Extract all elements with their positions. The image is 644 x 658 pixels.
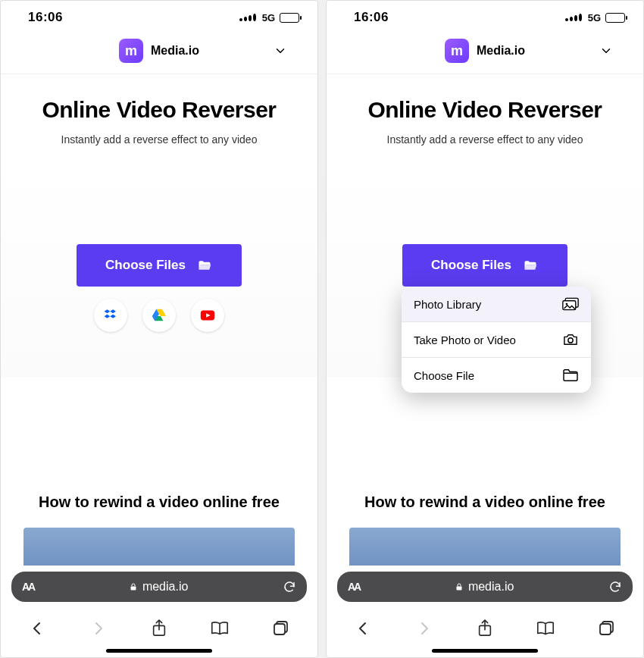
youtube-icon [199,307,216,324]
svg-point-8 [568,338,573,343]
howto-section: How to rewind a video online free [327,456,643,517]
reload-button[interactable] [283,580,296,594]
forward-button[interactable] [409,613,439,644]
share-icon [477,619,493,638]
howto-title: How to rewind a video online free [16,494,302,511]
picker-photo-library[interactable]: Photo Library [402,287,591,322]
book-icon [536,619,555,638]
status-time: 16:06 [28,10,63,25]
browser-toolbar [1,606,317,647]
upload-area: Choose Files Photo Library Take Photo or… [327,161,643,378]
chevron-right-icon [89,619,108,638]
home-indicator[interactable] [432,649,538,653]
status-indicators: 5G [565,12,625,24]
brand-name: Media.io [477,44,525,58]
upload-area: Choose Files [1,161,317,378]
source-row [1,299,317,332]
howto-section: How to rewind a video online free [1,456,317,517]
reload-button[interactable] [608,580,622,594]
folder-open-icon [522,258,539,273]
dropbox-icon [102,307,119,324]
site-header: m Media.io [1,31,317,74]
picker-item-label: Choose File [414,369,474,382]
video-thumbnail[interactable] [349,528,621,566]
hero-section: Online Video Reverser Instantly add a re… [327,74,643,161]
chevron-down-icon [274,44,287,58]
forward-button[interactable] [83,613,114,644]
home-indicator[interactable] [106,649,212,653]
site-header: m Media.io [327,31,643,74]
url-text: media.io [468,580,514,594]
picker-take-photo[interactable]: Take Photo or Video [402,322,591,358]
choose-files-button[interactable]: Choose Files [77,244,242,287]
tabs-button[interactable] [592,613,622,644]
reader-mode-button[interactable]: AA [348,581,360,593]
tabs-icon [272,619,290,638]
signal-strength-icon [565,14,582,21]
reload-icon [283,580,296,594]
source-youtube[interactable] [191,299,224,332]
back-button[interactable] [22,613,52,644]
folder-open-icon [196,258,213,273]
photos-icon [562,297,579,311]
picker-choose-file[interactable]: Choose File [402,358,591,393]
brand-name: Media.io [151,44,199,58]
url-display: media.io [129,580,188,594]
reader-mode-button[interactable]: AA [22,581,34,593]
tabs-button[interactable] [266,613,296,644]
bookmarks-button[interactable] [530,613,561,644]
video-thumbnail[interactable] [23,528,295,566]
lock-icon [455,581,464,592]
network-type: 5G [262,12,275,24]
share-button[interactable] [144,613,174,644]
signal-strength-icon [239,14,256,21]
reload-icon [608,580,622,594]
source-google-drive[interactable] [142,299,176,332]
browser-toolbar [327,606,643,647]
choose-files-label: Choose Files [105,258,186,273]
network-type: 5G [588,12,601,24]
chevron-down-icon [599,44,613,58]
battery-icon [605,13,625,23]
address-bar[interactable]: AA media.io [337,572,633,602]
status-bar: 16:06 5G [1,1,317,31]
lock-icon [129,581,138,592]
page-subtitle: Instantly add a reverse effect to any vi… [342,133,628,146]
book-icon [210,619,230,638]
brand-logo-icon: m [445,39,469,63]
status-indicators: 5G [239,12,299,24]
menu-toggle[interactable] [274,44,287,58]
page-title: Online Video Reverser [16,97,302,123]
url-text: media.io [142,580,188,594]
choose-files-button[interactable]: Choose Files [402,244,567,287]
picker-item-label: Take Photo or Video [414,334,516,346]
chevron-left-icon [28,619,46,638]
brand-logo-icon: m [119,39,143,63]
bookmarks-button[interactable] [205,613,235,644]
google-drive-icon [151,307,167,324]
source-dropbox[interactable] [94,299,127,332]
tabs-icon [598,619,616,638]
choose-files-label: Choose Files [431,258,511,273]
svg-rect-12 [600,624,611,634]
phone-screenshot-right: 16:06 5G m Media.io Online Video Reverse… [326,0,644,658]
share-button[interactable] [470,613,500,644]
folder-icon [562,368,579,382]
file-picker-popover: Photo Library Take Photo or Video Choose… [402,287,591,393]
share-icon [151,619,167,638]
svg-rect-4 [274,624,285,634]
url-display: media.io [455,580,514,594]
battery-icon [280,13,299,23]
svg-rect-9 [456,587,461,591]
page-subtitle: Instantly add a reverse effect to any vi… [16,133,302,146]
picker-item-label: Photo Library [414,298,481,311]
camera-icon [562,333,579,346]
menu-toggle[interactable] [599,44,613,58]
phone-screenshot-left: 16:06 5G m Media.io Online Video Reverse… [0,0,318,658]
chevron-right-icon [415,619,433,638]
status-time: 16:06 [354,10,389,25]
back-button[interactable] [348,613,378,644]
address-bar[interactable]: AA media.io [11,572,307,602]
status-bar: 16:06 5G [327,1,643,31]
hero-section: Online Video Reverser Instantly add a re… [1,74,317,161]
